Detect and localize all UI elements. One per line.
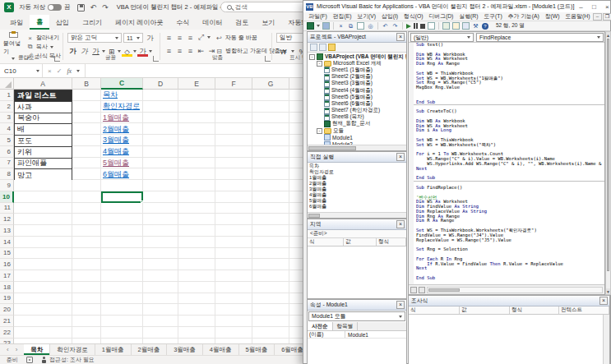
row-header-8[interactable]: 8	[0, 168, 14, 180]
cell-A7[interactable]: 파인애플	[15, 159, 72, 170]
row-header-11[interactable]: 11	[0, 203, 14, 214]
grid-cell[interactable]	[143, 191, 178, 203]
column-header-D[interactable]: D	[143, 78, 178, 90]
toggle-folders-icon[interactable]	[328, 44, 336, 51]
grid-cell[interactable]	[143, 225, 178, 237]
project-panel-title[interactable]: 프로젝트 - VBAProject×	[308, 32, 406, 43]
grid-cell[interactable]	[178, 327, 215, 339]
grid-cell[interactable]	[252, 191, 289, 203]
cell-A2[interactable]: 사과	[15, 102, 72, 113]
grid-cell[interactable]	[72, 101, 101, 113]
grid-cell[interactable]	[178, 214, 215, 225]
grid-cell[interactable]	[101, 293, 143, 305]
insert-object-caret[interactable]	[317, 25, 320, 27]
grid-cell[interactable]	[143, 146, 178, 158]
project-explorer-icon[interactable]	[442, 22, 450, 30]
grid-cell[interactable]	[252, 248, 289, 260]
grid-cell[interactable]	[252, 259, 289, 270]
grid-cell[interactable]	[178, 316, 215, 327]
grid-cell[interactable]	[215, 90, 252, 101]
enter-icon[interactable]: ✓	[57, 67, 62, 75]
align-bottom-icon[interactable]: ≡	[186, 34, 195, 41]
font-name-combo[interactable]: 맑은 고딕	[67, 33, 122, 43]
grid-cell[interactable]	[178, 304, 215, 316]
cell-C6-link[interactable]: 4월매출	[101, 146, 143, 158]
cell-C1-link[interactable]: 목차	[101, 90, 143, 101]
grid-cell[interactable]	[143, 90, 178, 101]
grid-cell[interactable]	[215, 248, 252, 260]
row-header-17[interactable]: 17	[0, 270, 14, 282]
grid-cell[interactable]	[72, 113, 101, 124]
underline-button[interactable]: 가	[90, 46, 101, 57]
grid-cell[interactable]	[101, 259, 143, 270]
grid-cell[interactable]	[101, 225, 143, 237]
sheet-tab-3월매출[interactable]: 3월매출	[167, 344, 203, 355]
column-header-F[interactable]: F	[215, 78, 252, 90]
row-header-4[interactable]: 4	[0, 123, 14, 135]
code-vscrollbar[interactable]: ▲ ▼	[605, 31, 611, 295]
grid-cell[interactable]	[178, 237, 215, 248]
sheet-tab-4월매출[interactable]: 4월매출	[203, 344, 239, 355]
grid-cell[interactable]	[101, 304, 143, 316]
row-header-14[interactable]: 14	[0, 237, 14, 248]
grid-cell[interactable]	[215, 259, 252, 270]
grid-cell[interactable]	[178, 113, 215, 124]
grid-cell[interactable]	[143, 180, 178, 191]
tab-categorized[interactable]: 항목별	[333, 322, 359, 330]
grid-cell[interactable]	[72, 158, 101, 169]
code-window[interactable]: (일반) FindReplace Sub test() Dim WB As Wo…	[408, 31, 605, 295]
grid-cell[interactable]	[14, 248, 72, 260]
grid-cell[interactable]	[252, 101, 289, 113]
grid-cell[interactable]	[101, 214, 143, 225]
vba-minimize-button[interactable]: –	[574, 2, 587, 12]
menu-디버그(D)[interactable]: 디버그(D)	[426, 12, 456, 21]
menu-편집(E)[interactable]: 편집(E)	[330, 12, 354, 21]
ribbon-tab-그리기[interactable]: 그리기	[76, 15, 109, 30]
tab-alphabetic[interactable]: 사전순	[308, 322, 333, 330]
cell-A6[interactable]: 키위	[15, 147, 72, 159]
grid-cell[interactable]	[72, 203, 101, 214]
grid-cell[interactable]	[143, 304, 178, 316]
active-cell-selection[interactable]	[101, 191, 143, 203]
row-header-13[interactable]: 13	[0, 225, 14, 237]
grid-cell[interactable]	[72, 135, 101, 146]
grid-cell[interactable]	[101, 270, 143, 282]
sheet-tab-확인자경로[interactable]: 확인자경로	[50, 344, 95, 355]
grid-cell[interactable]	[252, 146, 289, 158]
paste-icon[interactable]	[357, 22, 364, 30]
row-header-9[interactable]: 9	[0, 180, 14, 191]
cell-A1[interactable]: 과일 리스트	[15, 90, 72, 102]
grid-cell[interactable]	[14, 304, 72, 316]
grid-cell[interactable]	[215, 316, 252, 327]
grid-cell[interactable]	[143, 214, 178, 225]
grid-cell[interactable]	[143, 135, 178, 146]
grid-cell[interactable]	[215, 304, 252, 316]
grid-cell[interactable]	[252, 270, 289, 282]
clipboard-dialog-launcher[interactable]	[54, 56, 60, 62]
copy-icon[interactable]: ⧉	[347, 22, 354, 30]
grid-cell[interactable]	[143, 113, 178, 124]
grid-cell[interactable]	[14, 282, 72, 293]
decrease-indent-icon[interactable]: ⇤	[197, 47, 206, 54]
grid-cell[interactable]	[215, 225, 252, 237]
cell-C2-link[interactable]: 확인자경로	[101, 101, 143, 113]
tree-item[interactable]: Sheet6 (6월매출)	[308, 100, 406, 107]
grid-cell[interactable]	[14, 225, 72, 237]
wrap-text-button[interactable]: ↩자동 줄 바꿈	[215, 34, 257, 42]
row-header-18[interactable]: 18	[0, 282, 14, 293]
accessibility-status[interactable]: 접근성: 조사 필요	[41, 356, 95, 364]
tree-item[interactable]: Sheet3 (3월매출)	[308, 81, 406, 87]
menu-창(W)[interactable]: 창(W)	[542, 12, 562, 21]
run-icon[interactable]	[406, 24, 411, 29]
grid-cell[interactable]	[14, 214, 72, 225]
align-top-icon[interactable]: ≡	[164, 34, 174, 41]
cut-button[interactable]: ×잘라내기	[26, 34, 59, 42]
row-header-7[interactable]: 7	[0, 158, 14, 169]
locals-panel-title[interactable]: 지역×	[308, 219, 406, 230]
grid-cell[interactable]	[252, 158, 289, 169]
grid-cell[interactable]	[143, 203, 178, 214]
grid-cell[interactable]	[143, 158, 178, 169]
sheet-tab-1월매출[interactable]: 1월매출	[95, 344, 132, 355]
child-restore-icon[interactable]: ❐	[603, 13, 611, 21]
child-minimize-icon[interactable]: –	[593, 13, 602, 21]
